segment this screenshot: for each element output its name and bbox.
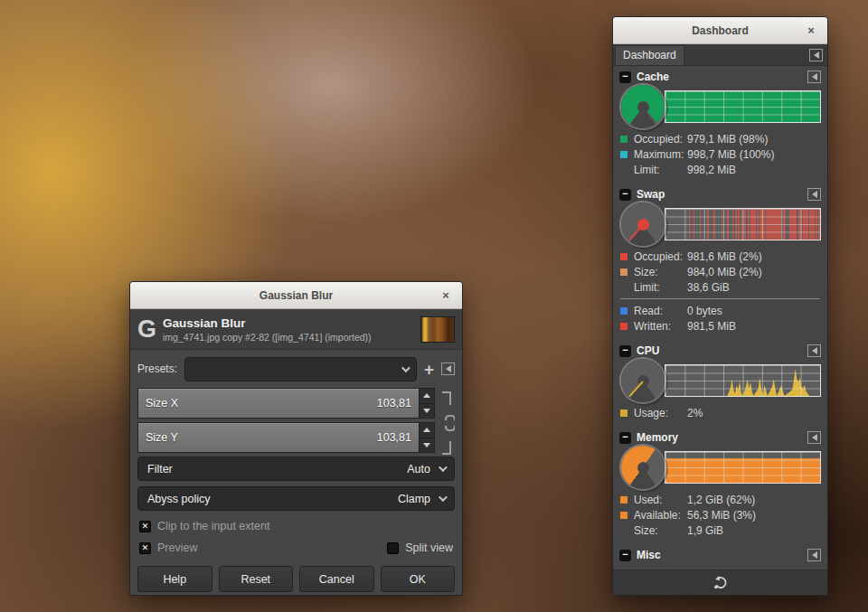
legend-swatch [620, 410, 627, 417]
meter-grid [665, 365, 820, 396]
legend-row: Size:984,0 MiB (2%) [620, 264, 820, 279]
split-view-checkbox[interactable] [387, 542, 399, 554]
section-title: Misc [637, 549, 661, 561]
spin-down-button[interactable] [420, 403, 434, 419]
meter-bar [665, 364, 821, 397]
presets-menu-button[interactable] [441, 362, 455, 375]
section-memory: − Memory Used:1,2 GiB (62%) Available:56… [613, 427, 827, 544]
dialog-buttons: Help Reset Cancel OK [137, 566, 455, 592]
meter-gauge [621, 359, 665, 402]
legend-row: Limit:38,6 GiB [620, 279, 820, 295]
size-sliders: Size X 103,81 Size Y 103,81 [137, 388, 455, 453]
filter-select[interactable]: Filter Auto [137, 457, 455, 481]
section-cpu-header: − CPU [613, 340, 827, 361]
chevron-down-icon [401, 363, 410, 372]
legend-value: 998,2 MiB [687, 164, 736, 176]
size-x-row: Size X 103,81 [137, 388, 435, 419]
legend-swatch [620, 268, 627, 276]
size-x-spinner [419, 389, 434, 418]
collapse-icon[interactable]: − [619, 189, 631, 201]
ok-button[interactable]: OK [381, 566, 456, 592]
legend-label: Size: [634, 524, 687, 537]
reset-history-icon[interactable] [712, 575, 728, 590]
meter-bar [665, 208, 821, 240]
legend-value: 981,5 MiB [687, 320, 736, 333]
abyss-policy-select[interactable]: Abyss policy Clamp [137, 486, 455, 511]
close-icon[interactable]: × [804, 24, 818, 38]
section-cache: − Cache Occupied:979,1 MiB (98%) Maximum… [613, 66, 827, 184]
help-button[interactable]: Help [137, 566, 212, 592]
legend-row: Read:0 bytes [620, 303, 820, 318]
add-preset-icon[interactable]: + [424, 361, 434, 378]
legend-row: Available:56,3 MiB (3%) [620, 507, 820, 523]
preview-checkbox[interactable]: ✕ [139, 542, 151, 554]
legend-label: Used: [634, 494, 687, 506]
image-name: img_4741.jpg copy #2-82 ([img_4741] (imp… [163, 332, 413, 343]
swap-legend: Occupied:981,6 MiB (2%) Size:984,0 MiB (… [613, 246, 827, 340]
collapse-icon[interactable]: − [619, 432, 631, 444]
section-cpu: − CPU Usage:2% [613, 340, 827, 427]
legend-label: Occupied: [634, 133, 687, 146]
tab-dashboard[interactable]: Dashboard [615, 45, 684, 65]
meter-gauge [621, 85, 665, 128]
triangle-left-icon [812, 191, 817, 198]
legend-value: 38,6 GiB [687, 281, 730, 294]
section-menu-button[interactable] [807, 431, 821, 444]
split-view-group: Split view [387, 541, 453, 554]
meter-grid [665, 452, 820, 483]
presets-combo[interactable] [184, 357, 417, 381]
legend-label: Size: [634, 266, 687, 278]
section-menu-button[interactable] [807, 344, 821, 357]
dashboard-titlebar[interactable]: Dashboard × [613, 17, 827, 44]
legend-value: 1,9 GiB [687, 524, 723, 537]
dashboard-bottombar [613, 570, 827, 595]
section-menu-button[interactable] [807, 71, 821, 83]
collapse-icon[interactable]: − [619, 345, 631, 357]
panel-menu-button[interactable] [809, 49, 823, 61]
chain-link-icon[interactable] [439, 390, 455, 457]
size-x-slider[interactable]: Size X 103,81 [138, 389, 419, 418]
clip-checkbox[interactable]: ✕ [139, 521, 151, 532]
collapse-icon[interactable]: − [619, 550, 631, 561]
size-x-value: 103,81 [377, 397, 411, 410]
meter-grid [665, 209, 820, 240]
legend-row: Size:1,9 GiB [620, 523, 820, 538]
presets-row: Presets: + [137, 356, 455, 381]
triangle-left-icon [814, 52, 819, 59]
clip-row: ✕ Clip to the input extent [139, 516, 453, 536]
clip-label: Clip to the input extent [157, 520, 269, 532]
dialog-body: Presets: + Size X 103,81 [130, 350, 462, 599]
legend-value: 984,0 MiB (2%) [687, 266, 762, 278]
size-y-slider[interactable]: Size Y 103,81 [138, 423, 419, 452]
reset-button[interactable]: Reset [219, 566, 294, 592]
legend-value: 979,1 MiB (98%) [687, 133, 768, 146]
dashboard-tabrow: Dashboard [613, 44, 827, 66]
memory-meter [619, 448, 821, 486]
cancel-button[interactable]: Cancel [299, 566, 374, 592]
section-menu-button[interactable] [807, 188, 821, 201]
legend-swatch [620, 307, 627, 315]
legend-swatch [620, 496, 627, 504]
collapse-icon[interactable]: − [619, 71, 631, 83]
spin-up-button[interactable] [420, 423, 434, 438]
preview-label: Preview [157, 541, 197, 554]
section-menu-button[interactable] [807, 549, 821, 561]
filter-label: Filter [147, 463, 399, 475]
meter-grid [665, 91, 820, 122]
legend-row: Limit:998,2 MiB [620, 162, 820, 177]
legend-swatch [620, 253, 627, 260]
dialog-titlebar[interactable]: Gaussian Blur × [130, 282, 462, 309]
filter-value: Auto [407, 463, 430, 475]
close-icon[interactable]: × [439, 288, 453, 303]
memory-legend: Used:1,2 GiB (62%) Available:56,3 MiB (3… [613, 489, 827, 544]
triangle-left-icon [446, 365, 451, 372]
presets-label: Presets: [137, 362, 177, 375]
triangle-left-icon [812, 551, 817, 559]
dashboard-window-title: Dashboard [692, 24, 749, 37]
dashboard-window: Dashboard × Dashboard − Cache Occupied:9… [612, 16, 828, 596]
meter-bar [665, 90, 821, 123]
spin-down-button[interactable] [420, 438, 434, 453]
gegl-logo-icon: G [137, 317, 156, 342]
section-memory-header: − Memory [613, 427, 827, 447]
spin-up-button[interactable] [420, 389, 434, 403]
